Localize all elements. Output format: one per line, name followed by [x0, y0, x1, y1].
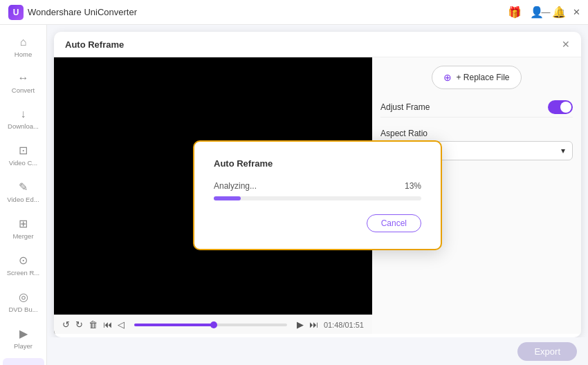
- player-icon: ▶: [19, 327, 28, 340]
- content-area: Auto Reframe ✕ WU ↺ ↻ 🗑 ⏮ ◁: [47, 25, 588, 365]
- compress-icon: ⊡: [19, 144, 28, 157]
- app-logo: U Wondershare UniConverter: [8, 5, 137, 20]
- download-icon: ↓: [21, 108, 26, 120]
- home-icon: ⌂: [20, 36, 27, 48]
- close-button[interactable]: ✕: [571, 8, 581, 17]
- analyzing-progress-bar-bg: [214, 196, 421, 200]
- gift-icon[interactable]: 🎁: [508, 6, 522, 19]
- sidebar-item-home[interactable]: ⌂ Home: [3, 30, 44, 64]
- app-title: Wondershare UniConverter: [28, 7, 137, 17]
- sidebar-label-dvd: DVD Bu...: [8, 306, 37, 313]
- sidebar-label-download: Downloa...: [8, 122, 39, 130]
- merger-icon: ⊞: [19, 217, 28, 230]
- dvd-icon: ◎: [19, 290, 28, 303]
- sidebar-item-download[interactable]: ↓ Downloa...: [3, 102, 44, 135]
- sidebar-item-screen-rec[interactable]: ⊙ Screen R...: [3, 248, 44, 282]
- sidebar-label-screen-rec: Screen R...: [7, 269, 40, 277]
- analyzing-overlay: Auto Reframe Analyzing... 13% Cancel: [47, 25, 588, 365]
- edit-icon: ✎: [19, 180, 28, 194]
- sidebar-label-player: Player: [14, 342, 33, 350]
- logo-icon: U: [8, 5, 24, 20]
- sidebar-label-compress: Video C...: [9, 159, 38, 167]
- sidebar-item-dvd[interactable]: ◎ DVD Bu...: [3, 285, 44, 319]
- maximize-button[interactable]: □: [556, 8, 566, 17]
- sidebar-label-edit: Video Ed...: [7, 196, 39, 203]
- sidebar-item-video-edit[interactable]: ✎ Video Ed...: [3, 175, 44, 209]
- analyzing-progress-fill: [214, 196, 241, 200]
- sidebar-label-home: Home: [15, 50, 32, 58]
- analyzing-actions: Cancel: [214, 214, 421, 232]
- sidebar-label-convert: Convert: [12, 86, 35, 94]
- cancel-button[interactable]: Cancel: [367, 214, 421, 232]
- title-bar: U Wondershare UniConverter 🎁 👤 🔔 — □ ✕: [0, 0, 588, 25]
- analyzing-status-text: Analyzing...: [214, 181, 257, 191]
- analyzing-dialog: Auto Reframe Analyzing... 13% Cancel: [193, 140, 442, 250]
- analyzing-status-row: Analyzing... 13%: [214, 181, 421, 191]
- analyzing-percent: 13%: [405, 181, 421, 191]
- sidebar-item-player[interactable]: ▶ Player: [3, 321, 44, 355]
- main-layout: ⌂ Home ↔ Convert ↓ Downloa... ⊡ Video C.…: [0, 25, 588, 365]
- sidebar-item-video-compress[interactable]: ⊡ Video C...: [3, 138, 44, 172]
- minimize-button[interactable]: —: [541, 8, 551, 17]
- screen-rec-icon: ⊙: [19, 254, 28, 267]
- analyzing-dialog-title: Auto Reframe: [214, 158, 421, 169]
- convert-icon: ↔: [18, 72, 29, 84]
- sidebar-label-merger: Merger: [12, 232, 33, 240]
- sidebar-item-toolbox[interactable]: ⚙ Toolbox: [3, 358, 44, 365]
- sidebar-item-merger[interactable]: ⊞ Merger: [3, 212, 44, 245]
- sidebar-item-convert[interactable]: ↔ Convert: [3, 66, 44, 100]
- sidebar: ⌂ Home ↔ Convert ↓ Downloa... ⊡ Video C.…: [0, 25, 47, 365]
- window-controls: — □ ✕: [541, 8, 581, 17]
